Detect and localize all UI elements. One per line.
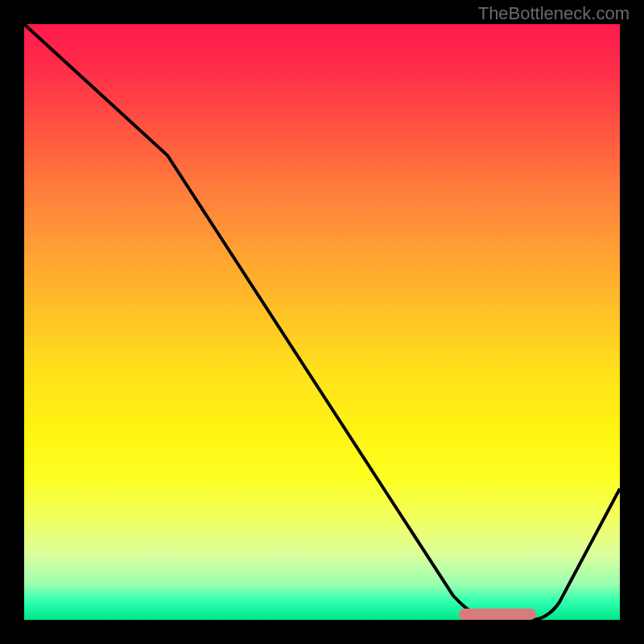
curve-svg: [24, 24, 620, 620]
bottleneck-curve: [24, 24, 620, 620]
plot-area: [24, 24, 620, 620]
optimal-range-marker: [459, 609, 536, 620]
watermark-text: TheBottleneck.com: [478, 3, 630, 24]
